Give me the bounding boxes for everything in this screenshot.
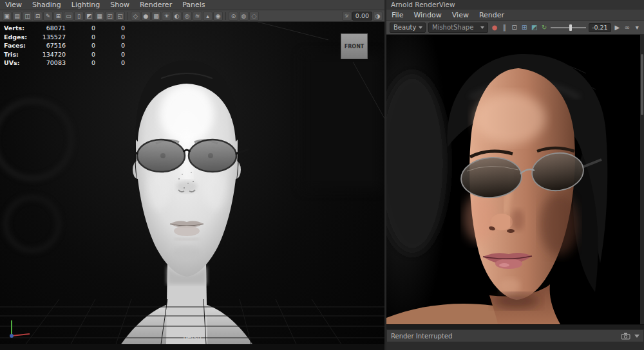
exposure-value-field[interactable]: -0.21 — [589, 23, 611, 32]
loop-icon[interactable]: ∞ — [623, 23, 630, 32]
exposure-field[interactable]: 0.00 — [352, 12, 372, 21]
view-cube[interactable]: FRONT — [341, 33, 368, 59]
ao-icon[interactable]: ◎ — [182, 12, 192, 21]
pause-icon[interactable]: ‖ — [501, 23, 508, 32]
safe-action-icon[interactable]: ◰ — [105, 12, 115, 21]
3d-viewport[interactable]: Verts: 68071 0 0 Edges: 135527 0 0 Faces… — [0, 22, 384, 344]
menu-file[interactable]: File — [386, 10, 408, 21]
gamma-icon[interactable]: ◑ — [373, 12, 383, 21]
hud-stat-value: 68071 — [33, 24, 66, 33]
hud-row-faces: Faces: 67516 0 0 — [4, 41, 125, 50]
lights-icon[interactable]: ☀ — [162, 12, 171, 21]
chevron-down-icon[interactable] — [634, 335, 639, 338]
pan-zoom-icon[interactable]: ⊡ — [33, 12, 43, 21]
slider-thumb[interactable] — [569, 24, 572, 31]
menu-panels[interactable]: Panels — [177, 0, 210, 10]
safe-title-icon[interactable]: ◱ — [115, 12, 125, 21]
default-material-icon[interactable]: ◌ — [249, 12, 259, 21]
chevron-down-icon — [419, 26, 422, 29]
render-image-area[interactable] — [386, 35, 644, 324]
aov-selector-value: Beauty — [393, 24, 416, 31]
hud-stat-label: UVs: — [4, 59, 33, 68]
scrollbar-thumb[interactable] — [641, 54, 643, 115]
menu-lighting[interactable]: Lighting — [66, 0, 105, 10]
camera-name-label: persp — [183, 334, 201, 341]
gate-mask-icon[interactable]: ◩ — [84, 12, 94, 21]
shadows-icon[interactable]: ◐ — [172, 12, 182, 21]
arnold-statusbar: Render Interrupted — [386, 329, 644, 342]
view-cube-label: FRONT — [345, 44, 365, 50]
heads-up-display: Verts: 68071 0 0 Edges: 135527 0 0 Faces… — [4, 24, 125, 68]
hud-stat-label: Verts: — [4, 24, 33, 33]
hud-stat-label: Tris: — [4, 50, 33, 59]
hud-stat-value: 70083 — [33, 59, 66, 68]
hud-stat-value: 0 — [66, 41, 95, 50]
menu-shading[interactable]: Shading — [27, 0, 66, 10]
resolution-gate-icon[interactable]: ▯ — [74, 12, 84, 21]
viewport-toolbar: ▣ ▤ ◫ ⊡ ✎ ⊞ ▭ ▯ ◩ ▦ ◰ ◱ ◇ ● ▩ ☀ ◐ ◎ ≋ ▴ … — [0, 10, 384, 22]
axis-gizmo — [4, 318, 33, 342]
exposure-slider[interactable] — [551, 23, 586, 32]
maya-application-window: View Shading Lighting Show Renderer Pane… — [0, 0, 644, 350]
viewport-menubar: View Shading Lighting Show Renderer Pane… — [0, 0, 384, 10]
grid-icon[interactable]: ⊞ — [53, 12, 63, 21]
refresh-render-icon[interactable]: ↻ — [540, 23, 547, 32]
crop-region-icon[interactable]: ⊡ — [511, 23, 518, 32]
render-icon[interactable]: ● — [491, 23, 498, 32]
menu-chevron-icon[interactable]: ▾ — [634, 23, 641, 32]
render-area-bottom-strip — [386, 324, 644, 329]
menu-render[interactable]: Render — [474, 10, 509, 21]
bookmarks-icon[interactable]: ▤ — [12, 12, 22, 21]
grease-pencil-icon[interactable]: ✎ — [43, 12, 53, 21]
arnold-toolbar: Beauty MishotShape ● ‖ ⊡ ⊞ ◩ ↻ -0.21 ▶ ∞… — [386, 21, 644, 35]
debug-shading-icon[interactable]: ◩ — [531, 23, 538, 32]
hud-stat-value: 0 — [95, 59, 125, 68]
isolate-select-icon[interactable]: ⊙ — [229, 12, 238, 21]
vertical-scrollbar[interactable] — [640, 35, 644, 324]
rendered-head-image — [386, 35, 640, 324]
film-gate-icon[interactable]: ▭ — [64, 12, 73, 21]
menu-window[interactable]: Window — [408, 10, 446, 21]
toolbar-separator — [128, 12, 128, 20]
xray-icon[interactable]: ◍ — [239, 12, 249, 21]
hud-stat-value: 135527 — [33, 33, 66, 42]
hud-stat-value: 0 — [66, 50, 95, 59]
aov-grid-icon[interactable]: ⊞ — [520, 23, 527, 32]
image-plane-icon[interactable]: ◫ — [23, 12, 32, 21]
hud-stat-value: 0 — [95, 24, 125, 33]
arnold-menubar: File Window View Render — [386, 10, 644, 21]
hud-stat-value: 0 — [95, 33, 125, 42]
wireframe-icon[interactable]: ◇ — [131, 12, 140, 21]
window-bottom-strip — [386, 342, 644, 350]
aov-selector[interactable]: Beauty — [390, 23, 426, 33]
hud-stat-value: 0 — [66, 59, 95, 68]
menu-show[interactable]: Show — [105, 0, 135, 10]
hud-stat-value: 0 — [66, 33, 95, 42]
camera-attributes-icon[interactable]: ▣ — [2, 12, 12, 21]
hud-stat-value: 0 — [66, 24, 95, 33]
maya-viewport-panel: View Shading Lighting Show Renderer Pane… — [0, 0, 384, 350]
camera-selector[interactable]: MishotShape — [428, 23, 488, 33]
hud-stat-value: 0 — [95, 50, 125, 59]
hud-stat-value: 134720 — [33, 50, 66, 59]
field-chart-icon[interactable]: ▦ — [95, 12, 104, 21]
play-icon[interactable]: ▶ — [614, 23, 621, 32]
motion-blur-icon[interactable]: ≋ — [193, 12, 202, 21]
hud-row-uvs: UVs: 70083 0 0 — [4, 59, 125, 68]
hud-stat-value: 0 — [95, 41, 125, 50]
hud-row-tris: Tris: 134720 0 0 — [4, 50, 125, 59]
menu-renderer[interactable]: Renderer — [135, 0, 177, 10]
exposure-icon[interactable]: ☼ — [342, 12, 352, 21]
hud-stat-label: Faces: — [4, 41, 33, 50]
shaded-icon[interactable]: ● — [141, 12, 151, 21]
toolbar-separator — [225, 12, 226, 20]
menu-view[interactable]: View — [0, 0, 27, 10]
antialias-icon[interactable]: ▴ — [203, 12, 213, 21]
chevron-down-icon — [480, 26, 484, 29]
hud-stat-value: 67516 — [33, 41, 66, 50]
snapshot-camera-icon[interactable] — [621, 332, 630, 340]
menu-view[interactable]: View — [447, 10, 474, 21]
textured-icon[interactable]: ▩ — [151, 12, 161, 21]
camera-selector-value: MishotShape — [432, 24, 473, 31]
dof-icon[interactable]: ◉ — [213, 12, 223, 21]
